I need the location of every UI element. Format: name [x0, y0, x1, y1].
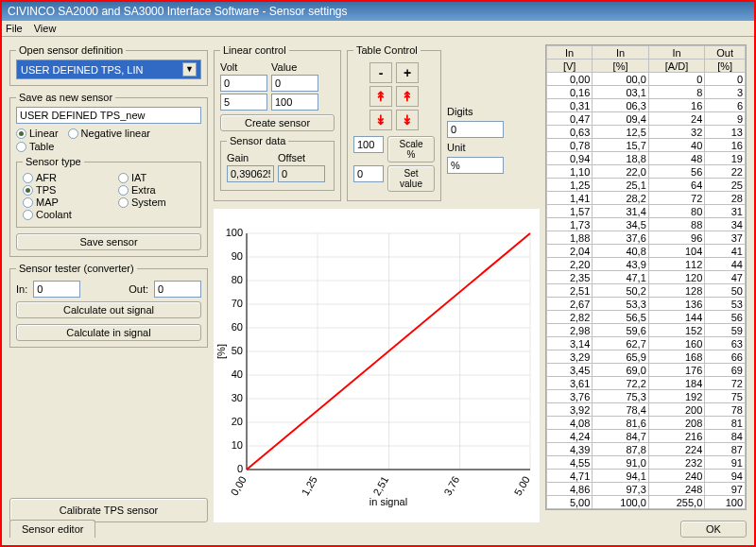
arrow-up-left-button[interactable]: ↟ — [369, 86, 392, 107]
radio-coolant[interactable]: Coolant — [23, 209, 99, 220]
svg-text:40: 40 — [232, 368, 243, 380]
table-row[interactable]: 1,2525,16425 — [547, 179, 746, 192]
table-row[interactable]: 4,5591,023291 — [547, 456, 746, 470]
table-row[interactable]: 2,6753,313653 — [547, 298, 746, 311]
table-header[interactable]: In — [547, 46, 593, 60]
arrow-down-icon: ↡ — [375, 112, 387, 128]
minus-button[interactable]: - — [369, 62, 392, 83]
table-row[interactable]: 4,3987,822487 — [547, 443, 746, 456]
table-row[interactable]: 0,3106,3166 — [547, 99, 746, 112]
sensor-type-group: Sensor type AFR TPS MAP Coolant IAT Extr… — [16, 156, 201, 228]
volt2-input[interactable] — [220, 94, 267, 111]
scale-input[interactable] — [353, 136, 384, 153]
table-row[interactable]: 3,9278,420078 — [547, 403, 746, 417]
radio-map[interactable]: MAP — [23, 197, 99, 208]
table-row[interactable]: 2,3547,112047 — [547, 271, 746, 284]
radio-iat[interactable]: IAT — [118, 172, 195, 183]
table-cell: 184 — [648, 377, 704, 390]
table-row[interactable]: 0,0000,000 — [547, 73, 746, 86]
table-row[interactable]: 0,7815,74016 — [547, 139, 746, 152]
menu-file[interactable]: File — [6, 23, 23, 34]
menu-view[interactable]: View — [34, 23, 57, 34]
table-row[interactable]: 4,8697,324897 — [547, 483, 746, 496]
left-column: Open sensor definition USER DEFINED TPS,… — [9, 44, 208, 522]
table-cell: 62,7 — [593, 337, 648, 350]
digits-input[interactable] — [447, 121, 504, 138]
table-row[interactable]: 0,6312,53213 — [547, 126, 746, 139]
table-header[interactable]: Out — [705, 46, 746, 60]
svg-text:5,00: 5,00 — [512, 474, 532, 498]
linear-legend: Linear control — [220, 44, 289, 56]
radio-icon — [23, 173, 33, 183]
table-cell: 16 — [705, 139, 746, 152]
table-row[interactable]: 2,5150,212850 — [547, 284, 746, 298]
svg-text:2,51: 2,51 — [370, 474, 390, 498]
table-cell: 176 — [648, 364, 704, 377]
ok-button[interactable]: OK — [680, 521, 747, 538]
table-row[interactable]: 2,2043,911244 — [547, 258, 746, 271]
table-row[interactable]: 2,8256,514456 — [547, 311, 746, 324]
chart-svg: 01020304050607080901000,001,252,513,765,… — [214, 209, 540, 522]
table-row[interactable]: 4,0881,620881 — [547, 417, 746, 430]
table-row[interactable]: 2,9859,615259 — [547, 324, 746, 337]
table-row[interactable]: 3,4569,017669 — [547, 364, 746, 377]
radio-neglinear[interactable]: Negative linear — [68, 128, 150, 139]
table-row[interactable]: 5,00100,0255,0100 — [547, 496, 746, 509]
svg-text:70: 70 — [232, 298, 243, 309]
table-row[interactable]: 0,1603,183 — [547, 86, 746, 99]
table-row[interactable]: 1,4128,27228 — [547, 192, 746, 205]
table-row[interactable]: 1,1022,05622 — [547, 165, 746, 179]
table-row[interactable]: 0,9418,84819 — [547, 152, 746, 165]
calc-out-button[interactable]: Calculate out signal — [16, 301, 201, 318]
setval-input[interactable] — [353, 165, 384, 182]
arrow-down-left-button[interactable]: ↡ — [369, 110, 392, 130]
table-row[interactable]: 1,5731,48031 — [547, 205, 746, 218]
calc-in-button[interactable]: Calculate in signal — [16, 324, 201, 341]
table-row[interactable]: 3,2965,916866 — [547, 350, 746, 364]
table-row[interactable]: 0,4709,4249 — [547, 112, 746, 126]
radio-icon — [118, 173, 129, 183]
radio-tps[interactable]: TPS — [23, 184, 99, 196]
tab-sensor-editor[interactable]: Sensor editor — [9, 520, 95, 538]
table-cell: 100 — [705, 496, 746, 509]
setval-button[interactable]: Set value — [387, 165, 435, 192]
sensor-name-input[interactable] — [16, 107, 201, 124]
radio-linear[interactable]: Linear — [16, 128, 59, 139]
title-bar[interactable]: CIVINCO SA2000 and SA3000 Interface Soft… — [2, 2, 754, 21]
val1-input[interactable] — [271, 75, 318, 92]
table-header[interactable]: In — [648, 46, 704, 60]
create-sensor-button[interactable]: Create sensor — [220, 114, 335, 131]
table-row[interactable]: 3,6172,218472 — [547, 377, 746, 390]
save-sensor-button[interactable]: Save sensor — [16, 233, 201, 250]
table-row[interactable]: 4,7194,124094 — [547, 470, 746, 483]
radio-system[interactable]: System — [118, 197, 195, 208]
radio-afr[interactable]: AFR — [23, 172, 99, 183]
table-row[interactable]: 3,1462,716063 — [547, 337, 746, 350]
sensor-dropdown[interactable]: USER DEFINED TPS, LIN ▼ — [16, 60, 201, 79]
table-header[interactable]: In — [593, 46, 648, 60]
table-cell: 1,73 — [547, 218, 593, 231]
table-row[interactable]: 1,8837,69637 — [547, 231, 746, 245]
chevron-down-icon[interactable]: ▼ — [182, 62, 197, 77]
volt1-input[interactable] — [220, 75, 267, 92]
unit-input[interactable] — [447, 157, 504, 174]
tester-in-input[interactable] — [33, 281, 80, 298]
val2-input[interactable] — [271, 94, 318, 111]
table-cell: 22,0 — [593, 165, 648, 179]
table-row[interactable]: 1,7334,58834 — [547, 218, 746, 231]
table-row[interactable]: 3,7675,319275 — [547, 390, 746, 403]
arrow-up-right-button[interactable]: ↟ — [396, 86, 419, 107]
radio-extra[interactable]: Extra — [118, 184, 195, 196]
table-row[interactable]: 4,2484,721684 — [547, 430, 746, 443]
table-cell: 56 — [705, 311, 746, 324]
plus-button[interactable]: + — [396, 62, 419, 83]
svg-text:60: 60 — [232, 321, 243, 333]
table-cell: 72 — [705, 377, 746, 390]
scale-button[interactable]: Scale % — [387, 136, 435, 162]
radio-table[interactable]: Table — [16, 141, 201, 152]
tester-out-input[interactable] — [154, 281, 201, 298]
svg-text:10: 10 — [232, 439, 243, 451]
table-cell: 65,9 — [593, 350, 648, 364]
table-row[interactable]: 2,0440,810441 — [547, 245, 746, 258]
arrow-down-right-button[interactable]: ↡ — [396, 110, 419, 130]
